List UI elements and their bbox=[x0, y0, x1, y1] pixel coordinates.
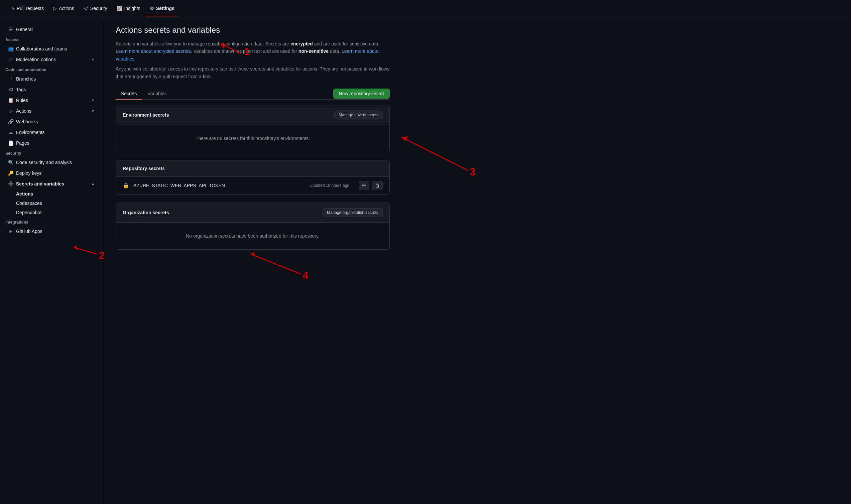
nav-actions[interactable]: ▷ Actions bbox=[49, 1, 78, 16]
code-security-icon: 🔍 bbox=[8, 160, 13, 165]
page-title: Actions secrets and variables bbox=[116, 25, 390, 35]
repo-section-title: Repository secrets bbox=[123, 166, 165, 171]
actions-icon: ▷ bbox=[53, 6, 57, 11]
tabs-row: Secrets Variables New repository secret bbox=[116, 88, 390, 100]
environments-icon: ☁ bbox=[8, 130, 13, 135]
lock-icon: 🔒 bbox=[123, 182, 129, 188]
delete-secret-button[interactable]: 🗑 bbox=[372, 181, 383, 190]
deploy-keys-icon: 🔑 bbox=[8, 170, 13, 176]
secret-name: AZURE_STATIC_WEB_APPS_API_TOKEN bbox=[133, 183, 306, 188]
moderation-icon: 🛡 bbox=[8, 57, 13, 62]
edit-secret-button[interactable]: ✏ bbox=[359, 181, 369, 190]
sidebar-item-pages[interactable]: 📄 Pages bbox=[3, 138, 99, 148]
org-secrets-section: Organization secrets Manage organization… bbox=[116, 202, 390, 250]
github-apps-icon: ⊞ bbox=[8, 229, 13, 234]
rules-icon: 📋 bbox=[8, 97, 13, 103]
collaborators-icon: 👥 bbox=[8, 46, 13, 52]
sidebar-section-code: Code and automation bbox=[0, 65, 102, 73]
repo-secrets-section: Repository secrets 🔒 AZURE_STATIC_WEB_AP… bbox=[116, 160, 390, 195]
sidebar: ☰ General Access 👥 Collaborators and tea… bbox=[0, 17, 102, 504]
nav-pull-requests[interactable]: ⑂ Pull requests bbox=[8, 1, 48, 16]
sidebar-sub-dependabot[interactable]: Dependabot bbox=[3, 208, 99, 217]
sidebar-item-tags[interactable]: 🏷 Tags bbox=[3, 84, 99, 95]
env-empty-message: There are no secrets for this repository… bbox=[116, 125, 390, 152]
sidebar-item-github-apps[interactable]: ⊞ GitHub Apps bbox=[3, 226, 99, 237]
moderation-chevron: ▾ bbox=[92, 57, 94, 62]
settings-icon: ⚙ bbox=[150, 6, 154, 11]
org-section-header: Organization secrets Manage organization… bbox=[116, 203, 390, 222]
sidebar-item-environments[interactable]: ☁ Environments bbox=[3, 127, 99, 138]
sidebar-item-secrets[interactable]: ➕ Secrets and variables ▴ bbox=[3, 179, 99, 189]
actions-chevron: ▾ bbox=[92, 109, 94, 113]
top-nav: ⑂ Pull requests ▷ Actions 🛡 Security 📈 I… bbox=[0, 0, 851, 17]
tab-variables[interactable]: Variables bbox=[142, 88, 172, 100]
manage-environments-button[interactable]: Manage environments bbox=[334, 111, 383, 119]
sidebar-item-general[interactable]: ☰ General bbox=[3, 24, 99, 35]
link-encrypted-secrets[interactable]: Learn more about encrypted secrets bbox=[116, 49, 191, 54]
tags-icon: 🏷 bbox=[8, 87, 13, 92]
org-empty-message: No organization secrets have been author… bbox=[116, 222, 390, 249]
secrets-chevron: ▴ bbox=[92, 181, 94, 186]
repo-section-header: Repository secrets bbox=[116, 160, 390, 177]
nav-settings[interactable]: ⚙ Settings bbox=[146, 1, 179, 16]
sidebar-item-code-security[interactable]: 🔍 Code security and analysis bbox=[3, 157, 99, 168]
sidebar-section-access: Access bbox=[0, 35, 102, 43]
sidebar-item-rules[interactable]: 📋 Rules ▾ bbox=[3, 95, 99, 106]
rules-chevron: ▾ bbox=[92, 98, 94, 103]
description-1: Secrets and variables allow you to manag… bbox=[116, 40, 390, 62]
tab-secrets[interactable]: Secrets bbox=[116, 88, 142, 100]
description-3: Anyone with collaborator access to this … bbox=[116, 65, 390, 80]
main-content: Actions secrets and variables Secrets an… bbox=[102, 17, 403, 504]
manage-org-secrets-button[interactable]: Manage organization secrets bbox=[323, 208, 383, 217]
pages-icon: 📄 bbox=[8, 140, 13, 146]
sidebar-sub-codespaces[interactable]: Codespaces bbox=[3, 199, 99, 208]
insights-icon: 📈 bbox=[116, 6, 122, 11]
secrets-icon: ➕ bbox=[8, 181, 13, 186]
org-section-title: Organization secrets bbox=[123, 210, 169, 215]
sidebar-sub-actions[interactable]: Actions bbox=[3, 189, 99, 199]
actions-sidebar-icon: ▷ bbox=[8, 108, 13, 114]
env-section-header: Environment secrets Manage environments bbox=[116, 105, 390, 125]
env-section-title: Environment secrets bbox=[123, 112, 169, 118]
sidebar-item-collaborators[interactable]: 👥 Collaborators and teams bbox=[3, 43, 99, 54]
page-layout: ☰ General Access 👥 Collaborators and tea… bbox=[0, 17, 851, 504]
nav-security[interactable]: 🛡 Security bbox=[79, 1, 111, 16]
general-icon: ☰ bbox=[8, 27, 13, 32]
sidebar-item-branches[interactable]: ⑂ Branches bbox=[3, 73, 99, 84]
sidebar-section-security: Security bbox=[0, 148, 102, 157]
sidebar-item-deploy-keys[interactable]: 🔑 Deploy keys bbox=[3, 168, 99, 179]
secret-row: 🔒 AZURE_STATIC_WEB_APPS_API_TOKEN Update… bbox=[116, 177, 390, 194]
pull-requests-icon: ⑂ bbox=[12, 6, 15, 11]
security-icon: 🛡 bbox=[84, 6, 88, 11]
webhooks-icon: 🔗 bbox=[8, 119, 13, 124]
sidebar-item-moderation[interactable]: 🛡 Moderation options ▾ bbox=[3, 54, 99, 65]
sidebar-section-integrations: Integrations bbox=[0, 217, 102, 226]
environment-secrets-section: Environment secrets Manage environments … bbox=[116, 105, 390, 152]
new-repository-secret-button[interactable]: New repository secret bbox=[333, 89, 390, 98]
sidebar-item-actions[interactable]: ▷ Actions ▾ bbox=[3, 106, 99, 116]
secret-updated: Updated 18 hours ago bbox=[309, 183, 349, 188]
nav-insights[interactable]: 📈 Insights bbox=[112, 1, 144, 16]
secret-actions: ✏ 🗑 bbox=[359, 181, 383, 190]
branches-icon: ⑂ bbox=[8, 76, 13, 82]
sidebar-item-webhooks[interactable]: 🔗 Webhooks bbox=[3, 116, 99, 127]
